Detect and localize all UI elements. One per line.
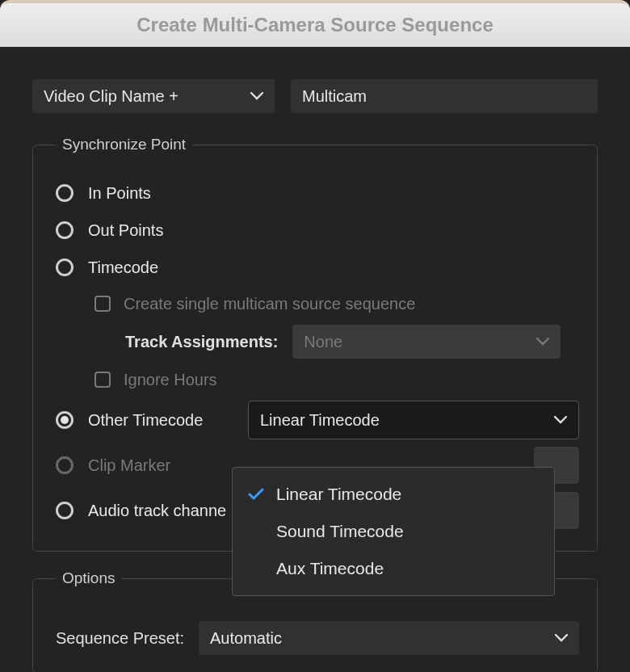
row-track-assignments: Track Assignments: None	[94, 321, 579, 362]
radio-label-out-points: Out Points	[88, 221, 163, 240]
menu-item-aux-timecode[interactable]: Aux Timecode	[233, 550, 554, 587]
menu-item-label: Sound Timecode	[276, 522, 404, 541]
other-timecode-menu[interactable]: Linear Timecode Sound Timecode Aux Timec…	[232, 467, 555, 596]
other-timecode-dropdown[interactable]: Linear Timecode	[248, 401, 579, 439]
radio-row-out-points[interactable]: Out Points	[56, 212, 579, 249]
check-spacer	[247, 560, 265, 578]
name-prefix-label: Video Clip Name +	[44, 87, 178, 106]
radio-label-in-points: In Points	[88, 184, 151, 203]
timecode-sub-options: Create single multicam source sequence T…	[56, 286, 579, 397]
sync-legend: Synchronize Point	[56, 136, 192, 153]
label-ignore-hours: Ignore Hours	[124, 371, 217, 389]
other-timecode-value: Linear Timecode	[260, 411, 380, 430]
menu-item-sound-timecode[interactable]: Sound Timecode	[233, 513, 554, 550]
track-assignments-dropdown: None	[292, 325, 561, 359]
label-track-assignments: Track Assignments:	[125, 333, 278, 351]
radio-label-clip-marker: Clip Marker	[88, 456, 170, 475]
radio-label-audio-track: Audio track channe	[88, 502, 226, 520]
radio-clip-marker	[56, 456, 74, 474]
chevron-down-icon	[554, 414, 567, 426]
track-assignments-value: None	[304, 333, 342, 351]
check-icon	[247, 485, 265, 503]
sequence-preset-value: Automatic	[210, 629, 282, 648]
row-sequence-preset: Sequence Preset: Automatic	[56, 608, 579, 655]
menu-item-linear-timecode[interactable]: Linear Timecode	[233, 476, 554, 513]
sequence-preset-dropdown[interactable]: Automatic	[199, 621, 579, 655]
row-create-single[interactable]: Create single multicam source sequence	[94, 286, 579, 321]
radio-out-points[interactable]	[56, 221, 74, 239]
radio-label-other-timecode: Other Timecode	[88, 411, 203, 430]
chevron-down-icon	[250, 90, 263, 103]
radio-in-points[interactable]	[56, 184, 74, 202]
radio-audio-track[interactable]	[56, 502, 74, 519]
radio-timecode[interactable]	[56, 258, 74, 276]
radio-row-timecode[interactable]: Timecode	[56, 249, 579, 286]
chevron-down-icon	[555, 632, 568, 645]
check-spacer	[247, 523, 265, 540]
chevron-down-icon	[536, 335, 549, 348]
dialog-title: Create Multi-Camera Source Sequence	[0, 0, 630, 47]
radio-other-timecode[interactable]	[56, 411, 74, 429]
name-row: Video Clip Name +	[32, 79, 598, 113]
row-ignore-hours[interactable]: Ignore Hours	[94, 362, 579, 397]
label-sequence-preset: Sequence Preset:	[56, 629, 184, 648]
sequence-name-input[interactable]	[291, 79, 598, 113]
menu-item-label: Aux Timecode	[276, 559, 384, 578]
radio-row-in-points[interactable]: In Points	[56, 174, 579, 212]
menu-item-label: Linear Timecode	[276, 485, 401, 504]
label-create-single: Create single multicam source sequence	[124, 295, 415, 313]
radio-label-timecode: Timecode	[88, 258, 158, 277]
options-legend: Options	[56, 569, 121, 587]
radio-row-other-timecode[interactable]: Other Timecode Linear Timecode	[56, 397, 579, 443]
checkbox-ignore-hours[interactable]	[94, 372, 111, 388]
checkbox-create-single[interactable]	[94, 296, 111, 312]
name-prefix-dropdown[interactable]: Video Clip Name +	[32, 79, 275, 113]
